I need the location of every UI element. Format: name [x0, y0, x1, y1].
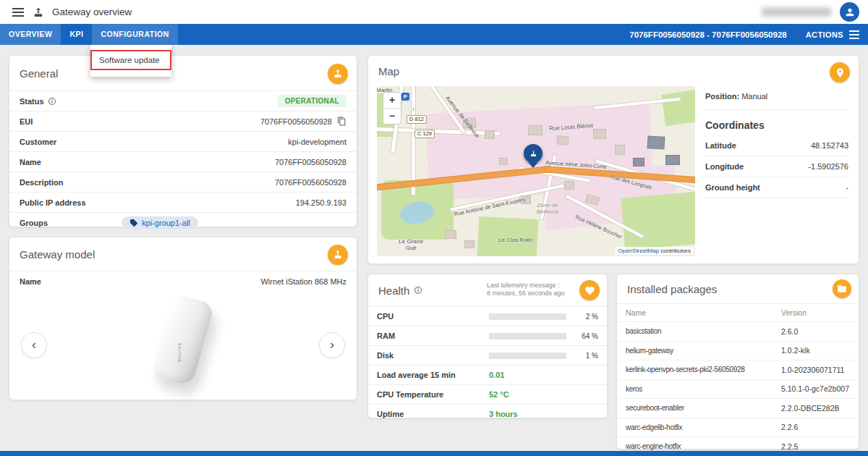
- gateway-id-text: 7076FF0056050928 - 7076FF0056050928: [629, 30, 786, 39]
- eui-label: EUI: [20, 117, 33, 126]
- package-version: 1.0-202306071711: [781, 366, 850, 374]
- telemetry-line2: 8 minutes, 56 seconds ago: [487, 290, 582, 297]
- package-name: helium-gateway: [626, 347, 781, 355]
- name-label: Name: [20, 158, 41, 166]
- general-row-name: Name 7076FF0056050928: [9, 151, 357, 172]
- name-value: 7076FF0056050928: [275, 158, 346, 166]
- cpu-label: CPU: [377, 312, 489, 321]
- health-row-ram: RAM 64 %: [368, 326, 607, 345]
- ground-height-row: Ground height -: [705, 177, 848, 198]
- table-row: helium-gateway 1.0.2-klk: [617, 341, 859, 360]
- disk-label: Disk: [377, 351, 489, 360]
- menu-icon[interactable]: [9, 3, 27, 22]
- zoom-in-button[interactable]: +: [383, 93, 401, 108]
- road-ref-c129: C 129: [414, 130, 435, 138]
- model-carousel: ‹ › kerlink: [9, 290, 357, 400]
- general-row-status: Status OPERATIONAL: [9, 90, 357, 111]
- carousel-prev-button[interactable]: ‹: [21, 332, 47, 358]
- packages-table-header: Name Version: [617, 303, 859, 321]
- health-row-load: Load average 15 min 0.01: [368, 365, 607, 384]
- status-label: Status: [20, 97, 44, 106]
- table-row: kerlink-openvpn-secrets-pki2-56050928 1.…: [617, 360, 859, 379]
- menu-item-software-update[interactable]: Software update: [90, 50, 171, 70]
- package-version: 2.2.6: [781, 423, 850, 431]
- map-label-grand-gue: Le Grand Gué: [396, 238, 426, 251]
- load-value: 0.01: [489, 371, 504, 379]
- health-row-uptime: Uptime 3 hours: [368, 404, 607, 423]
- general-row-description: Description 7076FF0056050928: [9, 172, 357, 192]
- table-row: warc-edgelib-hotfix 2.2.6: [617, 418, 859, 437]
- gateway-map-marker[interactable]: [524, 144, 542, 163]
- longitude-label: Longitude: [705, 162, 744, 171]
- health-row-temperature: CPU Temperature 52 °C: [368, 384, 607, 404]
- status-badge: OPERATIONAL: [278, 95, 346, 107]
- ram-label: RAM: [377, 332, 489, 340]
- general-row-eui: EUI 7076FF0056050928: [9, 111, 357, 131]
- package-version: 2.6.0: [781, 327, 850, 336]
- temperature-value: 52 °C: [489, 390, 509, 399]
- general-row-ip: Public IP address 194.250.9.193: [9, 192, 357, 212]
- actions-button[interactable]: ACTIONS: [806, 30, 859, 39]
- location-pin-icon: [830, 62, 850, 83]
- package-name: warc-engine-hotfix: [626, 442, 781, 450]
- package-name: keros: [626, 385, 781, 393]
- oneway-arrow: ↓: [412, 105, 415, 112]
- tab-configuration[interactable]: CONFIGURATION: [92, 24, 177, 45]
- copy-icon[interactable]: [337, 117, 346, 126]
- general-row-groups: Groups kpi-group1-all: [9, 212, 357, 232]
- openstreetmap-link[interactable]: OpenStreetMap: [618, 248, 658, 254]
- group-chip-label: kpi-group1-all: [142, 219, 190, 227]
- tag-icon: [129, 219, 138, 227]
- user-email-redacted: [762, 7, 831, 17]
- tab-kpi[interactable]: KPI: [61, 24, 92, 45]
- package-name: warc-edgelib-hotfix: [626, 423, 781, 431]
- carousel-next-button[interactable]: ›: [319, 332, 345, 358]
- customer-label: Customer: [20, 138, 56, 146]
- gateway-model-card: Gateway model Name Wirnet iStation 868 M…: [9, 237, 357, 400]
- actions-menu-icon: [849, 34, 859, 35]
- info-icon[interactable]: [414, 286, 422, 295]
- model-row-name: Name Wirnet iStation 868 MHz: [9, 271, 357, 291]
- table-row: secureboot-enabler 2.2.0-DBCE282B: [617, 398, 859, 418]
- health-card: Health Last telemetry message : 8 minute…: [367, 274, 608, 418]
- package-name: kerlink-openvpn-secrets-pki2-56050928: [626, 366, 781, 373]
- info-icon[interactable]: [48, 97, 56, 106]
- installed-packages-card: Installed packages Name Version basicsta…: [616, 274, 859, 449]
- chevron-right-icon: ›: [330, 337, 334, 352]
- gateway-marker-icon: [529, 149, 538, 159]
- position-row: Position: Manual: [705, 86, 848, 110]
- map-canvas[interactable]: e-Martin Avenue de Bellevue Rue Louis Bl…: [377, 86, 695, 256]
- cpu-value: 2 %: [574, 313, 598, 321]
- groups-label: Groups: [20, 219, 48, 227]
- ground-height-value: -: [846, 183, 848, 192]
- zoom-out-button[interactable]: −: [383, 108, 401, 124]
- map-label-clos-rolin: Le Clos Rolin: [498, 237, 533, 243]
- page-title: Gateway overview: [52, 7, 132, 17]
- eui-value: 7076FF0056050928: [260, 117, 332, 126]
- group-chip[interactable]: kpi-group1-all: [122, 216, 198, 229]
- latitude-row: Latitude 48.152743: [705, 135, 848, 156]
- telemetry-text: Last telemetry message : 8 minutes, 56 s…: [487, 282, 582, 297]
- package-version: 2.2.0-DBCE282B: [781, 404, 850, 413]
- package-version: 2.2.5: [781, 442, 850, 451]
- model-name-value: Wirnet iStation 868 MHz: [260, 277, 346, 286]
- brand-text: kerlink: [177, 344, 182, 363]
- user-avatar-button[interactable]: [840, 2, 859, 22]
- disk-bar: [489, 352, 566, 359]
- health-row-disk: Disk 1 %: [368, 345, 607, 365]
- package-version: 1.0.2-klk: [781, 346, 850, 355]
- parking-icon: P: [401, 93, 409, 101]
- description-label: Description: [20, 178, 64, 187]
- person-icon: [844, 7, 856, 18]
- model-name-label: Name: [20, 277, 41, 286]
- position-value: Manual: [741, 92, 767, 101]
- position-label: Position:: [705, 92, 739, 101]
- top-app-bar: Gateway overview: [0, 0, 868, 24]
- col-version: Version: [781, 308, 850, 317]
- table-row: keros 5.10.1-0-gc7e2b007: [617, 379, 859, 399]
- general-card: General Status OPERATIONAL EUI 7076FF005…: [9, 55, 357, 227]
- ram-value: 64 %: [574, 332, 598, 340]
- description-value: 7076FF0056050928: [275, 178, 346, 187]
- tab-overview[interactable]: OVERVIEW: [0, 24, 61, 45]
- health-row-cpu: CPU 2 %: [368, 306, 607, 326]
